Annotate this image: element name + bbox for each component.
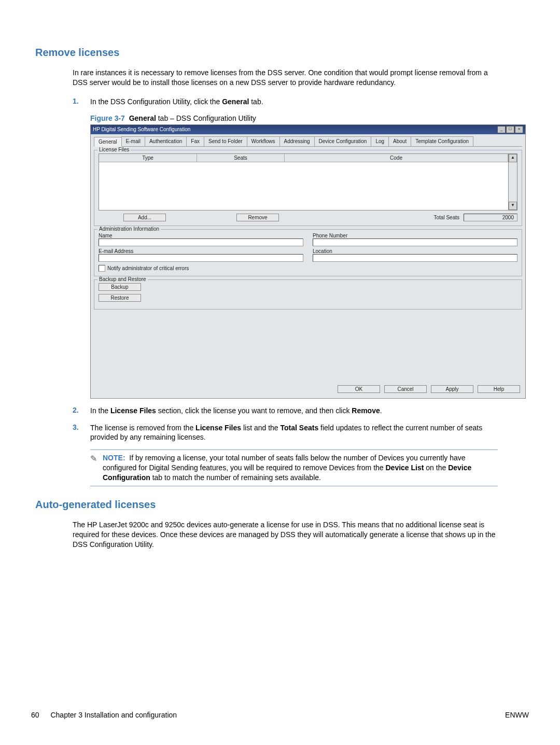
tab-authentication[interactable]: Authentication [145, 136, 187, 146]
admin-info-group: Administration Information Name Phone Nu… [94, 229, 522, 276]
step-number-3: 3. [73, 423, 90, 443]
scrollbar[interactable]: ▲ ▼ [509, 153, 517, 210]
scroll-up-icon[interactable]: ▲ [509, 154, 517, 162]
tab-bar: General E-mail Authentication Fax Send t… [94, 136, 522, 147]
email-label: E-mail Address [99, 248, 303, 254]
tab-log[interactable]: Log [371, 136, 389, 146]
note-icon: ✎ [90, 453, 103, 483]
note-text: NOTE: If by removing a license, your tot… [103, 453, 498, 483]
restore-button[interactable]: Restore [99, 294, 141, 302]
ok-button[interactable]: OK [338, 385, 380, 393]
step-number-1: 1. [73, 97, 90, 107]
chapter-label: Chapter 3 Installation and configuration [50, 711, 177, 719]
heading-auto-generated-licenses: Auto-generated licenses [35, 499, 529, 511]
heading-remove-licenses: Remove licenses [35, 47, 529, 59]
phone-label: Phone Number [313, 233, 517, 238]
scroll-down-icon[interactable]: ▼ [509, 202, 517, 210]
total-seats-value: 2000 [464, 214, 517, 221]
location-label: Location [313, 248, 517, 254]
auto-gen-para: The HP LaserJet 9200c and 9250c devices … [73, 520, 498, 550]
col-type: Type [99, 154, 197, 162]
tab-addressing[interactable]: Addressing [279, 136, 315, 146]
tab-about[interactable]: About [388, 136, 411, 146]
tab-send-to-folder[interactable]: Send to Folder [204, 136, 247, 146]
name-input[interactable] [99, 238, 303, 246]
location-input[interactable] [313, 254, 517, 262]
tab-email[interactable]: E-mail [121, 136, 145, 146]
step-number-2: 2. [73, 406, 90, 416]
remove-button[interactable]: Remove [236, 214, 279, 221]
name-label: Name [99, 233, 303, 238]
col-seats: Seats [197, 154, 285, 162]
window-title: HP Digital Sending Software Configuratio… [93, 126, 190, 132]
apply-button[interactable]: Apply [431, 385, 473, 393]
close-icon[interactable]: × [515, 126, 523, 133]
window-titlebar: HP Digital Sending Software Configuratio… [91, 125, 525, 134]
page-number: 60 [31, 711, 39, 719]
cancel-button[interactable]: Cancel [384, 385, 427, 393]
tab-fax[interactable]: Fax [186, 136, 204, 146]
figure-caption: Figure 3-7 General tab – DSS Configurati… [90, 114, 498, 122]
tab-workflows[interactable]: Workflows [247, 136, 280, 146]
col-code: Code [285, 154, 508, 162]
notify-checkbox[interactable] [99, 265, 105, 272]
backup-restore-legend: Backup and Restore [97, 276, 148, 282]
tab-device-configuration[interactable]: Device Configuration [314, 136, 372, 146]
notify-label: Notify administrator of critical errors [107, 265, 189, 271]
footer-right: ENWW [505, 711, 529, 719]
backup-restore-group: Backup and Restore Backup Restore [94, 279, 522, 310]
email-input[interactable] [99, 254, 303, 262]
license-files-group: License Files Type Seats Code ▲ ▼ [94, 150, 522, 226]
admin-info-legend: Administration Information [97, 226, 161, 232]
maximize-icon[interactable]: □ [506, 126, 514, 133]
tab-general[interactable]: General [94, 137, 122, 147]
phone-input[interactable] [313, 238, 517, 246]
note-box: ✎ NOTE: If by removing a license, your t… [90, 449, 498, 486]
license-files-legend: License Files [97, 147, 131, 152]
step-2-text: In the License Files section, click the … [90, 406, 498, 416]
intro-para: In rare instances it is necessary to rem… [73, 68, 498, 88]
screenshot-general-tab: HP Digital Sending Software Configuratio… [90, 124, 526, 399]
tab-template-configuration[interactable]: Template Configuration [411, 136, 473, 146]
page-footer: 60 Chapter 3 Installation and configurat… [31, 711, 529, 719]
license-table[interactable]: Type Seats Code [99, 153, 509, 210]
step-3-text: The license is removed from the License … [90, 423, 498, 443]
minimize-icon[interactable]: _ [497, 126, 506, 133]
total-seats-label: Total Seats [434, 215, 459, 220]
backup-button[interactable]: Backup [99, 283, 141, 291]
help-button[interactable]: Help [478, 385, 520, 393]
step-1-text: In the DSS Configuration Utility, click … [90, 97, 498, 107]
add-button[interactable]: Add... [123, 214, 166, 221]
